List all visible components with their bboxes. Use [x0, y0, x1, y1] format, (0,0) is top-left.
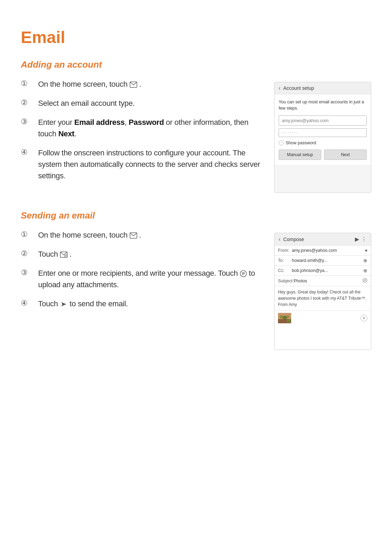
from-value: amy.jones@yahoo.com [292, 248, 365, 253]
attachment-thumbnail [278, 313, 291, 323]
step-send-number-2: ② [21, 249, 32, 258]
account-setup-description: You can set up most email accounts in ju… [279, 99, 367, 111]
step-add-2: ② Select an email account type. [21, 97, 260, 109]
account-setup-header: ‹ Account setup [275, 82, 371, 94]
more-options-icon[interactable]: ⋮ [361, 236, 367, 242]
step-send-4: ④ Touch to send the email. [21, 298, 260, 309]
section-title-adding: Adding an account [21, 59, 371, 70]
step-send-text-2: Touch . [38, 248, 72, 260]
step-send-2: ② Touch . [21, 248, 260, 260]
compose-header: ‹ Compose ▶ ⋮ [275, 233, 371, 246]
send-header-icon[interactable]: ▶ [355, 236, 359, 242]
compose-attachment-row: ✕ [275, 311, 371, 325]
step-send-3: ③ Enter one or more recipients, and writ… [21, 267, 260, 290]
compose-cc-field[interactable]: Cc: bob.johnson@ya... ⊕ [275, 266, 371, 276]
adding-account-steps: ① On the home screen, touch . ② Select a… [21, 78, 260, 193]
compose-bottom-space [275, 325, 371, 350]
step-number-4: ④ [21, 148, 32, 157]
step-send-text-4: Touch to send the email. [38, 298, 128, 309]
step-number-3: ③ [21, 117, 32, 126]
subject-label: Subject: [278, 279, 294, 283]
step-add-4: ④ Follow the onscreen instructions to co… [21, 147, 260, 181]
step-number-1: ① [21, 79, 32, 88]
compose-back-icon[interactable]: ‹ [279, 236, 280, 242]
sending-email-section: Sending an email ① On the home screen, t… [21, 210, 371, 350]
show-password-row: Show password [279, 140, 367, 145]
manual-setup-button[interactable]: Manual setup [279, 150, 321, 160]
compose-header-icons: ▶ ⋮ [355, 236, 367, 242]
svg-point-19 [286, 315, 289, 318]
svg-marker-10 [61, 302, 66, 306]
compose-from-field: From: amy.jones@yahoo.com ▾ [275, 246, 371, 256]
remove-attachment-button[interactable]: ✕ [360, 315, 367, 322]
step-text-3: Enter your Email address, Password or ot… [38, 117, 260, 139]
step-number-2: ② [21, 98, 32, 107]
add-recipient-icon[interactable]: ⊕ [363, 258, 367, 263]
add-cc-icon[interactable]: ⊕ [363, 268, 367, 273]
account-setup-buttons: Manual setup Next [279, 150, 367, 160]
from-dropdown-icon[interactable]: ▾ [365, 248, 367, 253]
sending-email-content: ① On the home screen, touch . ② Tou [21, 229, 371, 350]
step-add-1: ① On the home screen, touch . [21, 78, 260, 90]
svg-point-17 [280, 315, 283, 319]
step-send-text-1: On the home screen, touch . [38, 229, 141, 241]
from-label: From: [278, 248, 292, 253]
account-setup-panel: ‹ Account setup You can set up most emai… [274, 82, 371, 193]
adding-account-content: ① On the home screen, touch . ② Select a… [21, 78, 371, 193]
step-add-3: ③ Enter your Email address, Password or … [21, 117, 260, 139]
compose-subject-field[interactable]: Subject: Photos [275, 276, 371, 286]
account-setup-title: Account setup [283, 85, 314, 91]
email-input[interactable] [279, 116, 367, 126]
message-text: Hey guys, Great day today! Check out all… [278, 290, 366, 307]
compose-icon [60, 251, 68, 258]
email-app-icon [130, 82, 137, 88]
to-label: To: [278, 258, 292, 263]
password-input-display: ········ [279, 128, 367, 137]
step-text-4: Follow the onscreen instructions to conf… [38, 147, 260, 181]
sending-email-steps: ① On the home screen, touch . ② Tou [21, 229, 260, 350]
next-button[interactable]: Next [324, 150, 367, 160]
compose-to-field[interactable]: To: howard.smith@y... ⊕ [275, 256, 371, 266]
page-title: Email [21, 28, 371, 47]
panel-spacer [275, 165, 371, 193]
cc-value: bob.johnson@ya... [292, 268, 363, 273]
step-send-number-3: ③ [21, 268, 32, 277]
compose-panel: ‹ Compose ▶ ⋮ From: amy.jones@yahoo.com … [274, 233, 371, 350]
compose-message[interactable]: Hey guys, Great day today! Check out all… [275, 286, 371, 311]
show-password-label: Show password [286, 140, 316, 145]
attachment-icon [240, 270, 247, 277]
account-setup-body: You can set up most email accounts in ju… [275, 94, 371, 165]
step-send-number-4: ④ [21, 299, 32, 308]
step-send-text-3: Enter one or more recipients, and write … [38, 267, 260, 290]
step-text-2: Select an email account type. [38, 97, 135, 109]
step-send-number-1: ① [21, 230, 32, 239]
cc-label: Cc: [278, 268, 292, 273]
section-title-sending: Sending an email [21, 210, 371, 221]
back-chevron-icon[interactable]: ‹ [279, 85, 280, 91]
email-app-icon-2 [130, 232, 137, 239]
compose-title: Compose [283, 237, 304, 242]
subject-attach-icon[interactable] [363, 278, 367, 284]
step-send-1: ① On the home screen, touch . [21, 229, 260, 241]
step-text-1: On the home screen, touch . [38, 78, 141, 90]
to-value: howard.smith@y... [292, 258, 363, 263]
show-password-checkbox[interactable] [279, 140, 284, 145]
send-icon [61, 301, 67, 307]
subject-value: Photos [294, 279, 363, 283]
compose-body: From: amy.jones@yahoo.com ▾ To: howard.s… [275, 246, 371, 350]
